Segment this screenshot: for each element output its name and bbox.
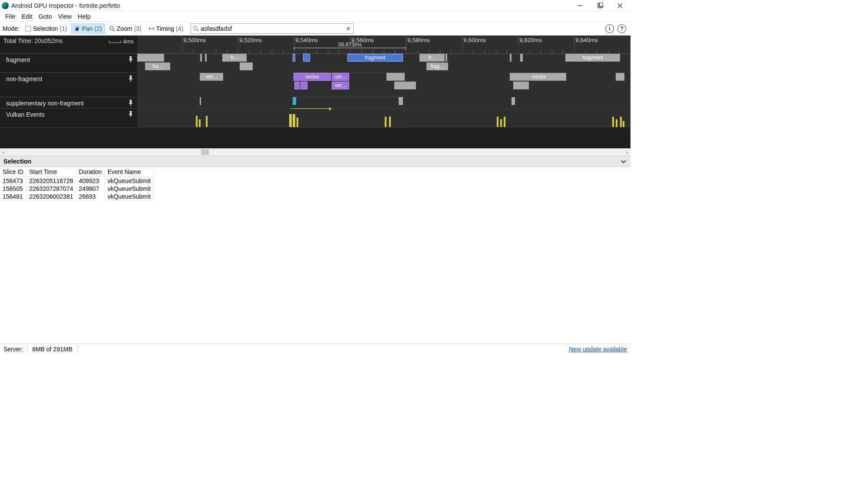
slice[interactable] — [513, 82, 529, 89]
slice[interactable]: fr... — [222, 54, 247, 62]
slice[interactable] — [399, 97, 403, 105]
slice[interactable] — [386, 73, 405, 81]
slice[interactable]: frag... — [426, 62, 448, 70]
zoom-icon — [109, 26, 115, 32]
pin-icon[interactable] — [129, 100, 133, 106]
search-box[interactable]: ✕ — [191, 23, 354, 34]
menu-edit[interactable]: Edit — [19, 12, 35, 21]
slice[interactable]: ver... — [332, 73, 349, 81]
menu-goto[interactable]: Goto — [36, 12, 54, 21]
info-icon[interactable]: i — [605, 24, 614, 33]
slice-vertex[interactable]: vertex — [294, 73, 331, 81]
svg-line-8 — [113, 29, 115, 31]
search-clear-icon[interactable]: ✕ — [345, 25, 352, 32]
slice[interactable] — [294, 82, 300, 89]
table-row[interactable]: 156481226320600238126693vkQueueSubmit — [0, 193, 154, 200]
event-bar[interactable] — [297, 118, 298, 127]
pin-icon[interactable] — [129, 56, 133, 62]
slice[interactable]: ver... — [200, 73, 223, 81]
track-non-fragment[interactable]: non-fragment ver... vertex ver... vertex — [0, 73, 630, 97]
help-icon[interactable]: ? — [617, 24, 626, 33]
status-memory: 8MB of 291MB — [32, 346, 77, 353]
event-bar[interactable] — [385, 117, 386, 127]
slice[interactable] — [200, 97, 201, 105]
table-row[interactable]: 1564732263205116728409923vkQueueSubmit — [0, 177, 154, 185]
slice[interactable] — [240, 62, 253, 70]
event-bar[interactable] — [504, 117, 505, 127]
slice[interactable] — [303, 54, 310, 62]
slice[interactable] — [512, 97, 515, 105]
event-bar[interactable] — [612, 117, 614, 127]
slice[interactable]: ver... — [332, 82, 349, 89]
timeline-tracks[interactable]: fragment fr... fragment fr... — [0, 54, 630, 128]
slice[interactable] — [293, 54, 295, 62]
slice[interactable]: fragment — [565, 54, 620, 62]
app-icon — [2, 2, 9, 9]
scroll-thumb[interactable] — [201, 149, 209, 155]
selection-header[interactable]: Selection — [0, 156, 630, 167]
slice[interactable] — [510, 54, 512, 62]
slice[interactable] — [200, 54, 202, 62]
event-bar[interactable] — [497, 117, 498, 127]
event-bar[interactable] — [289, 114, 292, 127]
col-event-name[interactable]: Event Name — [105, 167, 154, 177]
close-button[interactable] — [616, 1, 624, 10]
mode-zoom[interactable]: Zoom (3) — [106, 23, 145, 34]
slice[interactable] — [205, 54, 207, 62]
slice[interactable] — [616, 73, 624, 81]
menu-view[interactable]: View — [56, 12, 74, 21]
event-bar[interactable] — [389, 117, 391, 127]
slice[interactable]: fr... — [419, 54, 445, 62]
col-slice-id[interactable]: Slice ID — [0, 167, 26, 177]
mode-selection[interactable]: Selection (1) — [22, 23, 70, 34]
mode-zoom-shortcut: (3) — [134, 25, 141, 32]
slice-fragment[interactable]: fragment — [347, 54, 403, 62]
slice[interactable] — [520, 54, 523, 62]
slice[interactable] — [293, 97, 296, 105]
event-bar[interactable] — [500, 119, 502, 127]
slice[interactable] — [137, 54, 164, 62]
selection-icon — [25, 26, 31, 32]
chevron-down-icon[interactable] — [620, 158, 627, 165]
col-start-time[interactable]: Start Time — [26, 167, 76, 177]
slice[interactable] — [394, 82, 416, 89]
pan-icon — [74, 26, 80, 32]
timeline-ruler[interactable]: Total Time: 20s052ms 4ms 9,500ms9,520ms9… — [0, 36, 630, 54]
slice[interactable] — [300, 82, 307, 89]
track-vulkan-label: Vulkan Events — [6, 111, 45, 118]
mode-timing[interactable]: Timing (4) — [145, 23, 187, 34]
selection-table[interactable]: Slice ID Start Time Duration Event Name … — [0, 167, 630, 344]
menu-file[interactable]: File — [3, 12, 18, 21]
track-non-fragment-label: non-fragment — [6, 75, 42, 82]
track-supplementary[interactable]: supplementary non-fragment — [0, 97, 630, 108]
track-fragment[interactable]: fragment fr... fragment fr... — [0, 54, 630, 73]
event-bar[interactable] — [623, 121, 624, 127]
window-title: Android GPU Inspector - fortnite.perfett… — [11, 2, 576, 9]
event-bar[interactable] — [620, 117, 622, 127]
slice[interactable]: vertex — [512, 73, 566, 81]
search-input[interactable] — [201, 25, 345, 32]
mode-timing-label: Timing — [156, 25, 175, 32]
menu-help[interactable]: Help — [75, 12, 93, 21]
track-vulkan-events[interactable]: Vulkan Events — [0, 108, 630, 128]
mode-timing-shortcut: (4) — [176, 25, 183, 32]
mode-pan[interactable]: Pan (2) — [71, 23, 105, 34]
scroll-left-icon[interactable]: ‹ — [0, 150, 7, 155]
event-bar[interactable] — [199, 119, 201, 127]
event-bar[interactable] — [293, 114, 295, 127]
scroll-right-icon[interactable]: › — [624, 150, 630, 155]
maximize-button[interactable] — [596, 1, 604, 10]
col-duration[interactable]: Duration — [76, 167, 105, 177]
event-bar[interactable] — [616, 119, 617, 127]
pin-icon[interactable] — [129, 75, 133, 82]
minimize-button[interactable] — [576, 1, 584, 10]
slice[interactable]: fra... — [145, 62, 170, 70]
update-link[interactable]: New update available — [569, 346, 627, 353]
event-bar[interactable] — [206, 116, 208, 127]
timeline[interactable]: Total Time: 20s052ms 4ms 9,500ms9,520ms9… — [0, 36, 630, 156]
pin-icon[interactable] — [129, 111, 133, 117]
event-bar[interactable] — [196, 116, 198, 127]
table-row[interactable]: 1565052263207287074249807vkQueueSubmit — [0, 185, 154, 193]
timeline-scrollbar[interactable]: ‹ › — [0, 148, 630, 156]
slice[interactable] — [446, 54, 447, 62]
